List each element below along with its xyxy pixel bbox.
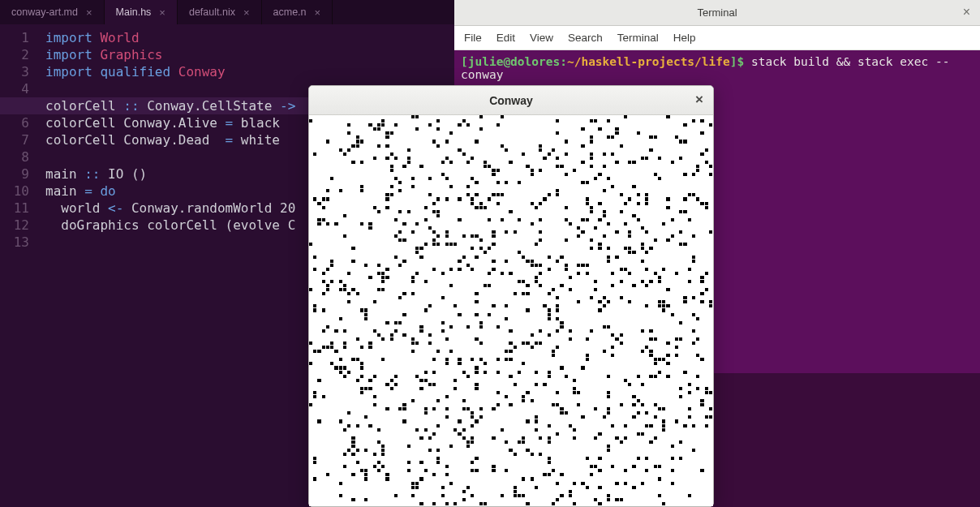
menu-view[interactable]: View — [530, 32, 553, 44]
alive-cell — [343, 342, 346, 345]
alive-cell — [492, 407, 495, 410]
alive-cell — [552, 403, 555, 406]
token-kw: import qualified — [45, 64, 178, 79]
alive-cell — [385, 321, 389, 324]
alive-cell — [539, 342, 542, 345]
alive-cell — [424, 407, 428, 410]
alive-cell — [505, 260, 508, 263]
alive-cell — [356, 424, 359, 428]
alive-cell — [662, 424, 665, 428]
menu-search[interactable]: Search — [568, 32, 603, 44]
alive-cell — [360, 189, 363, 192]
alive-cell — [531, 169, 534, 172]
alive-cell — [518, 251, 521, 254]
alive-cell — [658, 465, 661, 468]
tab-conway-art-md[interactable]: conway-art.md× — [0, 0, 105, 24]
menu-edit[interactable]: Edit — [496, 32, 515, 44]
code-line[interactable]: import World — [45, 29, 454, 46]
alive-cell — [632, 284, 635, 287]
menu-terminal[interactable]: Terminal — [617, 32, 659, 44]
alive-cell — [432, 140, 436, 143]
alive-cell — [347, 148, 350, 152]
alive-cell — [496, 358, 500, 361]
alive-cell — [692, 173, 695, 176]
alive-cell — [484, 362, 487, 365]
alive-cell — [692, 234, 695, 238]
alive-cell — [624, 424, 627, 428]
alive-cell — [565, 218, 568, 221]
alive-cell — [628, 272, 631, 275]
code-line[interactable]: import qualified Conway — [45, 63, 454, 80]
alive-cell — [501, 218, 504, 221]
alive-cell — [620, 440, 623, 444]
token-ident-hl: Conway — [178, 64, 226, 79]
tab-acme-n[interactable]: acme.n× — [262, 0, 333, 24]
alive-cell — [398, 264, 402, 267]
terminal-titlebar[interactable]: Terminal × — [454, 0, 980, 26]
alive-cell — [407, 157, 410, 160]
alive-cell — [492, 304, 495, 307]
close-icon[interactable]: × — [963, 5, 970, 19]
code-line[interactable]: import Graphics — [45, 46, 454, 63]
alive-cell — [637, 193, 640, 196]
close-icon[interactable]: × — [159, 4, 165, 21]
conway-titlebar[interactable]: Conway × — [309, 86, 713, 115]
alive-cell — [666, 304, 669, 307]
alive-cell — [645, 230, 648, 234]
alive-cell — [351, 247, 355, 250]
alive-cell — [632, 465, 635, 468]
alive-cell — [390, 153, 393, 156]
alive-cell — [330, 260, 333, 263]
alive-cell — [543, 197, 546, 200]
alive-cell — [326, 222, 329, 226]
alive-cell — [458, 148, 461, 152]
line-number: 1 — [0, 29, 29, 46]
alive-cell — [462, 234, 466, 238]
tab-default-nix[interactable]: default.nix× — [178, 0, 262, 24]
tab-main-hs[interactable]: Main.hs× — [105, 0, 178, 24]
alive-cell — [692, 193, 695, 196]
alive-cell — [458, 358, 461, 361]
alive-cell — [709, 300, 712, 303]
alive-cell — [356, 140, 359, 143]
alive-cell — [458, 432, 461, 436]
alive-cell — [479, 202, 483, 205]
alive-cell — [496, 123, 500, 127]
alive-cell — [594, 177, 597, 180]
alive-cell — [466, 486, 470, 489]
alive-cell — [556, 296, 559, 299]
alive-cell — [475, 337, 478, 341]
alive-cell — [514, 494, 517, 497]
menu-file[interactable]: File — [464, 32, 482, 44]
alive-cell — [479, 238, 483, 242]
alive-cell — [402, 403, 406, 406]
alive-cell — [351, 445, 355, 448]
alive-cell — [479, 321, 483, 324]
alive-cell — [543, 473, 546, 476]
alive-cell — [411, 494, 415, 497]
alive-cell — [411, 399, 415, 402]
close-icon[interactable]: × — [243, 4, 250, 21]
menu-help[interactable]: Help — [673, 32, 696, 44]
tab-label: Main.hs — [116, 4, 152, 21]
alive-cell — [309, 362, 312, 365]
close-icon[interactable]: × — [315, 4, 321, 21]
alive-cell — [505, 469, 508, 472]
alive-cell — [548, 424, 551, 428]
alive-cell — [402, 222, 406, 226]
close-icon[interactable]: × — [86, 4, 92, 21]
alive-cell — [453, 379, 457, 382]
alive-cell — [700, 119, 703, 122]
close-icon[interactable]: × — [695, 92, 703, 108]
alive-cell — [492, 465, 495, 468]
alive-cell — [569, 222, 572, 226]
alive-cell — [339, 366, 342, 369]
conway-window[interactable]: Conway × — [308, 85, 714, 507]
alive-cell — [339, 317, 342, 320]
alive-cell — [624, 469, 627, 472]
alive-cell — [471, 247, 474, 250]
alive-cell — [475, 387, 478, 390]
alive-cell — [466, 440, 470, 444]
alive-cell — [381, 123, 385, 127]
alive-cell — [679, 457, 682, 460]
